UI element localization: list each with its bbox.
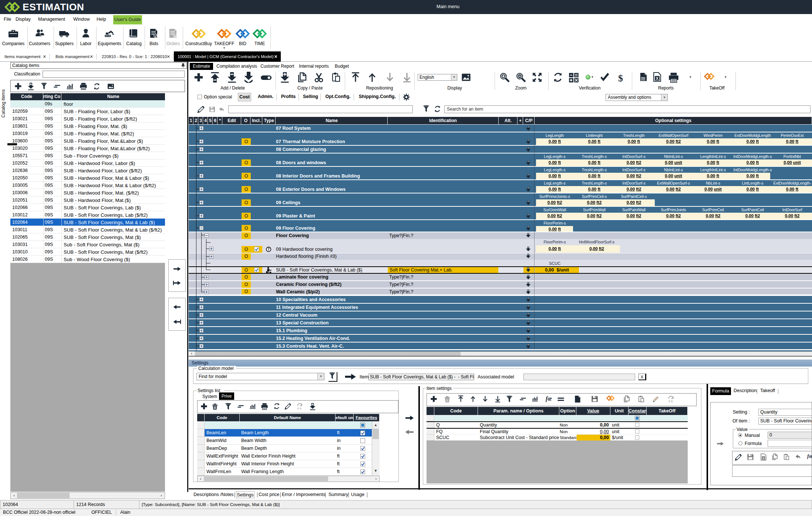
svg-text:X: X [762, 456, 764, 460]
svg-text:b: b [300, 407, 301, 410]
svg-text:7: 7 [267, 247, 270, 252]
svg-text:a: a [297, 407, 299, 410]
svg-text:$: $ [174, 34, 176, 38]
svg-text:a: a [668, 399, 670, 403]
svg-text:X: X [656, 77, 658, 81]
svg-text:b: b [671, 400, 673, 403]
